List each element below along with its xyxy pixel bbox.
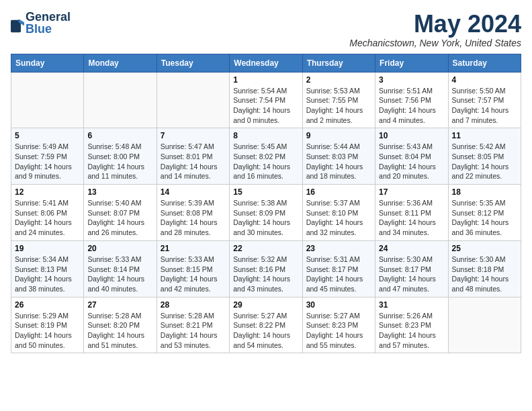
calendar-cell — [11, 72, 84, 128]
calendar-cell: 21Sunrise: 5:33 AMSunset: 8:15 PMDayligh… — [157, 240, 229, 297]
logo-icon — [11, 19, 24, 34]
calendar-week-row: 26Sunrise: 5:29 AMSunset: 8:19 PMDayligh… — [11, 297, 521, 353]
day-number: 18 — [452, 187, 517, 197]
day-info: Sunrise: 5:29 AMSunset: 8:19 PMDaylight:… — [15, 311, 80, 351]
day-number: 12 — [15, 187, 80, 197]
day-info: Sunrise: 5:32 AMSunset: 8:16 PMDaylight:… — [233, 255, 298, 294]
day-number: 15 — [233, 187, 298, 197]
logo: General Blue — [11, 11, 71, 35]
calendar-cell: 1Sunrise: 5:54 AMSunset: 7:54 PMDaylight… — [230, 72, 302, 128]
calendar-week-row: 19Sunrise: 5:34 AMSunset: 8:13 PMDayligh… — [11, 240, 521, 297]
calendar-cell: 26Sunrise: 5:29 AMSunset: 8:19 PMDayligh… — [11, 297, 84, 353]
calendar-cell: 19Sunrise: 5:34 AMSunset: 8:13 PMDayligh… — [11, 240, 84, 297]
day-info: Sunrise: 5:42 AMSunset: 8:05 PMDaylight:… — [452, 142, 517, 181]
col-header-saturday: Saturday — [448, 54, 521, 72]
col-header-sunday: Sunday — [11, 54, 84, 72]
day-number: 7 — [161, 131, 226, 140]
day-number: 17 — [379, 187, 444, 197]
day-info: Sunrise: 5:28 AMSunset: 8:21 PMDaylight:… — [161, 311, 226, 351]
calendar-cell — [84, 72, 157, 128]
day-number: 23 — [306, 244, 371, 253]
day-number: 25 — [452, 244, 517, 253]
calendar-table: SundayMondayTuesdayWednesdayThursdayFrid… — [11, 54, 521, 354]
day-info: Sunrise: 5:30 AMSunset: 8:18 PMDaylight:… — [452, 255, 517, 294]
calendar-week-row: 1Sunrise: 5:54 AMSunset: 7:54 PMDaylight… — [11, 72, 521, 128]
day-number: 31 — [379, 300, 444, 310]
calendar-cell: 6Sunrise: 5:48 AMSunset: 8:00 PMDaylight… — [84, 128, 157, 185]
day-number: 16 — [306, 187, 371, 197]
day-info: Sunrise: 5:43 AMSunset: 8:04 PMDaylight:… — [379, 142, 444, 181]
day-number: 20 — [87, 244, 152, 253]
day-info: Sunrise: 5:41 AMSunset: 8:06 PMDaylight:… — [15, 198, 80, 238]
day-info: Sunrise: 5:51 AMSunset: 7:56 PMDaylight:… — [379, 86, 444, 126]
calendar-cell: 10Sunrise: 5:43 AMSunset: 8:04 PMDayligh… — [375, 128, 448, 185]
day-number: 10 — [379, 131, 444, 140]
calendar-cell: 27Sunrise: 5:28 AMSunset: 8:20 PMDayligh… — [84, 297, 157, 353]
day-info: Sunrise: 5:50 AMSunset: 7:57 PMDaylight:… — [452, 86, 517, 126]
calendar-cell: 15Sunrise: 5:38 AMSunset: 8:09 PMDayligh… — [230, 185, 302, 241]
calendar-cell: 3Sunrise: 5:51 AMSunset: 7:56 PMDaylight… — [375, 72, 448, 128]
day-number: 30 — [306, 300, 371, 310]
day-info: Sunrise: 5:53 AMSunset: 7:55 PMDaylight:… — [306, 86, 371, 126]
day-info: Sunrise: 5:28 AMSunset: 8:20 PMDaylight:… — [87, 311, 152, 351]
day-number: 1 — [233, 75, 298, 85]
day-info: Sunrise: 5:31 AMSunset: 8:17 PMDaylight:… — [306, 255, 371, 294]
day-info: Sunrise: 5:39 AMSunset: 8:08 PMDaylight:… — [161, 198, 226, 238]
day-number: 5 — [15, 131, 80, 140]
calendar-cell: 2Sunrise: 5:53 AMSunset: 7:55 PMDaylight… — [302, 72, 375, 128]
day-number: 29 — [233, 300, 298, 310]
day-number: 11 — [452, 131, 517, 140]
calendar-cell: 12Sunrise: 5:41 AMSunset: 8:06 PMDayligh… — [11, 185, 84, 241]
day-info: Sunrise: 5:40 AMSunset: 8:07 PMDaylight:… — [87, 198, 152, 238]
calendar-cell — [448, 297, 521, 353]
day-number: 28 — [161, 300, 226, 310]
day-info: Sunrise: 5:47 AMSunset: 8:01 PMDaylight:… — [161, 142, 226, 181]
calendar-cell: 11Sunrise: 5:42 AMSunset: 8:05 PMDayligh… — [448, 128, 521, 185]
calendar-cell: 16Sunrise: 5:37 AMSunset: 8:10 PMDayligh… — [302, 185, 375, 241]
day-info: Sunrise: 5:33 AMSunset: 8:15 PMDaylight:… — [161, 255, 226, 294]
col-header-thursday: Thursday — [302, 54, 375, 72]
day-info: Sunrise: 5:33 AMSunset: 8:14 PMDaylight:… — [87, 255, 152, 294]
day-number: 19 — [15, 244, 80, 253]
page-header: General Blue May 2024 Mechanicstown, New… — [11, 11, 521, 48]
day-info: Sunrise: 5:36 AMSunset: 8:11 PMDaylight:… — [379, 198, 444, 238]
day-info: Sunrise: 5:34 AMSunset: 8:13 PMDaylight:… — [15, 255, 80, 294]
day-number: 14 — [161, 187, 226, 197]
calendar-cell: 30Sunrise: 5:27 AMSunset: 8:23 PMDayligh… — [302, 297, 375, 353]
calendar-cell: 23Sunrise: 5:31 AMSunset: 8:17 PMDayligh… — [302, 240, 375, 297]
day-number: 9 — [306, 131, 371, 140]
calendar-cell: 17Sunrise: 5:36 AMSunset: 8:11 PMDayligh… — [375, 185, 448, 241]
calendar-cell: 31Sunrise: 5:26 AMSunset: 8:23 PMDayligh… — [375, 297, 448, 353]
calendar-cell: 24Sunrise: 5:30 AMSunset: 8:17 PMDayligh… — [375, 240, 448, 297]
day-number: 21 — [161, 244, 226, 253]
calendar-week-row: 12Sunrise: 5:41 AMSunset: 8:06 PMDayligh… — [11, 185, 521, 241]
calendar-cell: 22Sunrise: 5:32 AMSunset: 8:16 PMDayligh… — [230, 240, 302, 297]
month-title: May 2024 — [349, 11, 521, 38]
day-number: 24 — [379, 244, 444, 253]
day-number: 8 — [233, 131, 298, 140]
logo-general-text: General — [26, 10, 71, 24]
calendar-cell: 18Sunrise: 5:35 AMSunset: 8:12 PMDayligh… — [448, 185, 521, 241]
day-number: 13 — [87, 187, 152, 197]
calendar-cell: 5Sunrise: 5:49 AMSunset: 7:59 PMDaylight… — [11, 128, 84, 185]
calendar-cell: 9Sunrise: 5:44 AMSunset: 8:03 PMDaylight… — [302, 128, 375, 185]
calendar-cell: 4Sunrise: 5:50 AMSunset: 7:57 PMDaylight… — [448, 72, 521, 128]
day-info: Sunrise: 5:27 AMSunset: 8:23 PMDaylight:… — [306, 311, 371, 351]
calendar-cell: 8Sunrise: 5:45 AMSunset: 8:02 PMDaylight… — [230, 128, 302, 185]
day-info: Sunrise: 5:30 AMSunset: 8:17 PMDaylight:… — [379, 255, 444, 294]
day-info: Sunrise: 5:45 AMSunset: 8:02 PMDaylight:… — [233, 142, 298, 181]
calendar-cell: 13Sunrise: 5:40 AMSunset: 8:07 PMDayligh… — [84, 185, 157, 241]
location-text: Mechanicstown, New York, United States — [349, 38, 521, 48]
logo-blue-text: Blue — [26, 22, 52, 36]
col-header-monday: Monday — [84, 54, 157, 72]
calendar-cell: 25Sunrise: 5:30 AMSunset: 8:18 PMDayligh… — [448, 240, 521, 297]
day-number: 26 — [15, 300, 80, 310]
calendar-cell: 7Sunrise: 5:47 AMSunset: 8:01 PMDaylight… — [157, 128, 229, 185]
day-number: 2 — [306, 75, 371, 85]
day-info: Sunrise: 5:38 AMSunset: 8:09 PMDaylight:… — [233, 198, 298, 238]
day-info: Sunrise: 5:35 AMSunset: 8:12 PMDaylight:… — [452, 198, 517, 238]
day-number: 22 — [233, 244, 298, 253]
calendar-cell — [157, 72, 229, 128]
day-info: Sunrise: 5:26 AMSunset: 8:23 PMDaylight:… — [379, 311, 444, 351]
day-info: Sunrise: 5:54 AMSunset: 7:54 PMDaylight:… — [233, 86, 298, 126]
